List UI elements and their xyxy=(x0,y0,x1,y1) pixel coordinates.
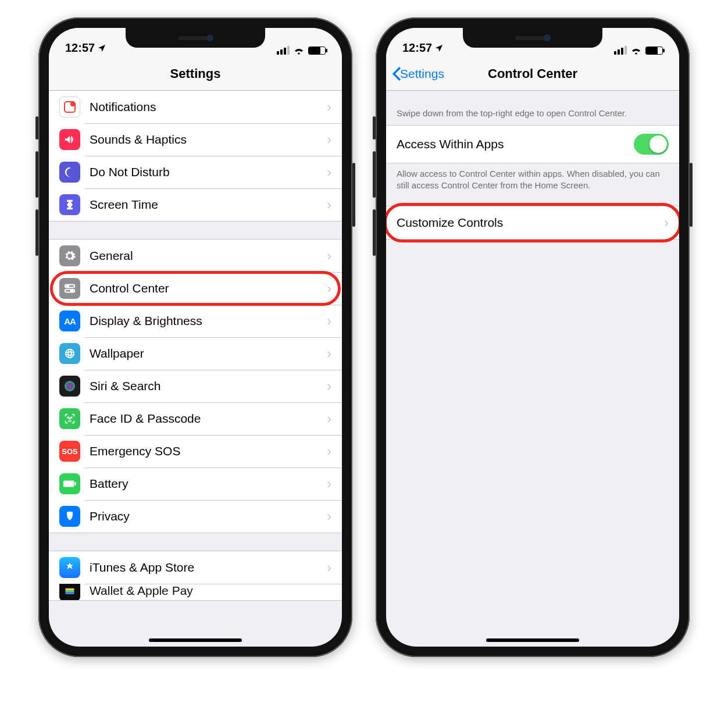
home-indicator[interactable] xyxy=(149,638,242,642)
status-time: 12:57 xyxy=(65,41,95,55)
chevron-icon: › xyxy=(327,99,331,115)
chevron-icon: › xyxy=(327,280,331,297)
faceid-icon xyxy=(59,408,80,429)
control-center-icon xyxy=(59,278,80,299)
row-label: Do Not Disturb xyxy=(90,165,327,179)
chevron-icon: › xyxy=(327,164,331,180)
row-label: Wallpaper xyxy=(90,347,327,361)
page-title: Settings xyxy=(170,66,221,81)
row-wallpaper[interactable]: Wallpaper › xyxy=(49,337,342,370)
row-access-within-apps[interactable]: Access Within Apps xyxy=(386,126,679,163)
row-privacy[interactable]: Privacy › xyxy=(49,500,342,533)
general-icon xyxy=(59,245,80,266)
chevron-icon: › xyxy=(327,443,331,459)
home-indicator[interactable] xyxy=(486,638,579,642)
volume-up-button xyxy=(373,151,376,198)
battery-icon xyxy=(645,47,663,55)
cellular-icon xyxy=(277,46,290,55)
wallpaper-icon xyxy=(59,343,80,364)
back-label: Settings xyxy=(400,67,444,81)
chevron-icon: › xyxy=(327,378,331,394)
svg-point-9 xyxy=(67,417,69,418)
navbar-settings: Settings xyxy=(49,57,342,91)
row-label: Customize Controls xyxy=(397,216,664,230)
svg-rect-12 xyxy=(74,482,76,486)
row-customize-controls[interactable]: Customize Controls › xyxy=(386,206,679,239)
notch xyxy=(463,28,602,48)
svg-rect-15 xyxy=(66,593,74,594)
row-label: Sounds & Haptics xyxy=(90,133,327,147)
chevron-icon: › xyxy=(327,248,331,264)
battery-row-icon xyxy=(59,473,80,494)
svg-rect-13 xyxy=(66,588,74,590)
privacy-icon xyxy=(59,506,80,527)
row-label: Notifications xyxy=(90,100,327,114)
screen-control-center: 12:57 Settings Control Center Swipe down… xyxy=(386,28,679,647)
back-button[interactable]: Settings xyxy=(392,67,488,81)
chevron-icon: › xyxy=(327,197,331,213)
iphone-frame-control-center: 12:57 Settings Control Center Swipe down… xyxy=(376,17,690,657)
status-time: 12:57 xyxy=(402,41,432,55)
mute-switch xyxy=(373,116,376,140)
row-label: Emergency SOS xyxy=(90,444,327,458)
power-button xyxy=(352,163,355,227)
header-hint: Swipe down from the top-right edge to op… xyxy=(386,91,679,125)
cellular-icon xyxy=(614,46,627,55)
chevron-icon: › xyxy=(327,345,331,362)
power-button xyxy=(690,163,693,227)
notifications-icon xyxy=(59,97,80,117)
svg-point-1 xyxy=(70,102,75,106)
row-screen-time[interactable]: Screen Time › xyxy=(49,188,342,221)
wallet-icon xyxy=(59,584,80,600)
row-control-center[interactable]: Control Center › xyxy=(49,272,342,305)
chevron-icon: › xyxy=(327,508,331,524)
row-notifications[interactable]: Notifications › xyxy=(49,91,342,123)
row-label: Screen Time xyxy=(90,198,327,212)
row-general[interactable]: General › xyxy=(49,240,342,272)
chevron-icon: › xyxy=(327,411,331,427)
appstore-icon xyxy=(59,557,80,578)
row-label: Siri & Search xyxy=(90,379,327,393)
sounds-icon xyxy=(59,129,80,150)
chevron-icon: › xyxy=(327,559,331,576)
row-display-brightness[interactable]: AA Display & Brightness › xyxy=(49,305,342,337)
page-title: Control Center xyxy=(488,66,577,81)
row-siri-search[interactable]: Siri & Search › xyxy=(49,370,342,402)
row-label: Wallet & Apple Pay xyxy=(90,584,331,598)
row-sounds-haptics[interactable]: Sounds & Haptics › xyxy=(49,123,342,156)
row-label: iTunes & App Store xyxy=(90,561,327,574)
row-face-id[interactable]: Face ID & Passcode › xyxy=(49,402,342,435)
svg-rect-14 xyxy=(66,590,74,592)
row-itunes-appstore[interactable]: iTunes & App Store › xyxy=(49,551,342,584)
footer-access: Allow access to Control Center within ap… xyxy=(386,163,679,198)
row-label: Access Within Apps xyxy=(397,137,634,151)
chevron-icon: › xyxy=(664,215,669,231)
wifi-icon xyxy=(630,47,642,55)
volume-up-button xyxy=(35,151,38,198)
row-label: Privacy xyxy=(90,509,327,523)
svg-point-7 xyxy=(66,349,74,358)
row-wallet-applepay[interactable]: Wallet & Apple Pay xyxy=(49,584,342,600)
mute-switch xyxy=(35,116,38,140)
dnd-icon xyxy=(59,162,80,183)
chevron-icon: › xyxy=(327,131,331,148)
svg-point-5 xyxy=(71,290,73,292)
row-label: Face ID & Passcode xyxy=(90,412,327,426)
iphone-frame-settings: 12:57 Settings Notifications xyxy=(38,17,352,657)
row-do-not-disturb[interactable]: Do Not Disturb › xyxy=(49,156,342,188)
location-icon xyxy=(97,44,106,53)
volume-down-button xyxy=(373,209,376,256)
siri-icon xyxy=(59,376,80,397)
row-battery[interactable]: Battery › xyxy=(49,468,342,500)
sos-icon: SOS xyxy=(59,441,80,462)
volume-down-button xyxy=(35,209,38,256)
row-label: General xyxy=(90,249,327,263)
battery-icon xyxy=(308,47,326,55)
location-icon xyxy=(434,44,444,53)
screen-time-icon xyxy=(59,194,80,215)
row-emergency-sos[interactable]: SOS Emergency SOS › xyxy=(49,435,342,468)
row-label: Control Center xyxy=(90,281,327,295)
wifi-icon xyxy=(293,47,305,55)
row-label: Battery xyxy=(90,477,327,491)
toggle-access-within-apps[interactable] xyxy=(634,134,669,155)
